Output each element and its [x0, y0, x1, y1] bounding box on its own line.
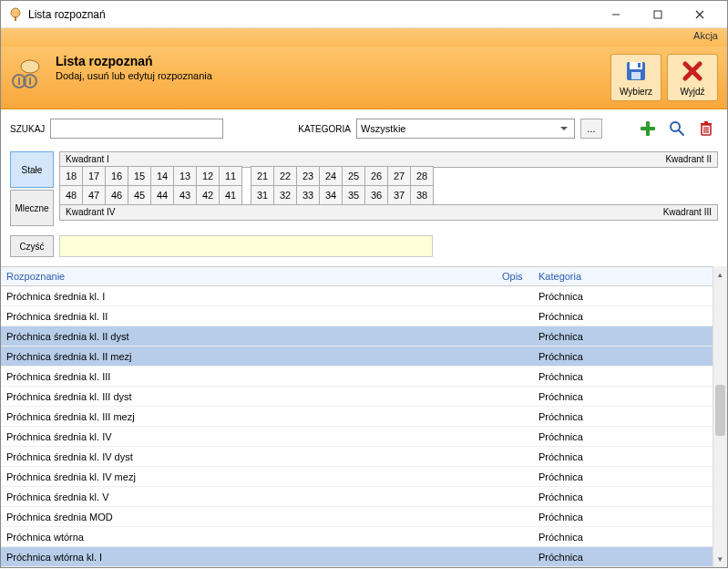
tooth-46[interactable]: 46 [105, 185, 128, 205]
svg-point-0 [11, 8, 20, 17]
menubar: Akcja [1, 28, 727, 47]
tooth-11[interactable]: 11 [219, 166, 242, 186]
tooth-23[interactable]: 23 [296, 166, 320, 186]
tooth-48[interactable]: 48 [59, 185, 83, 205]
tooth-41[interactable]: 41 [219, 185, 242, 205]
tooth-28[interactable]: 28 [410, 166, 434, 186]
table-row[interactable]: Próchnica średnia kl. III mezjPróchnica [1, 407, 727, 427]
scrollbar[interactable]: ▴ ▾ [713, 266, 727, 567]
tooth-44[interactable]: 44 [150, 185, 174, 205]
tooth-38[interactable]: 38 [410, 185, 434, 205]
menu-akcja[interactable]: Akcja [693, 30, 718, 41]
table-row[interactable]: Próchnica średnia kl. IV dystPróchnica [1, 447, 727, 467]
tooth-15[interactable]: 15 [128, 166, 151, 186]
tooth-45[interactable]: 45 [128, 185, 151, 205]
col-opis[interactable]: Opis [502, 271, 538, 282]
col-rozpoznanie[interactable]: Rozpoznanie [6, 271, 502, 282]
tooth-31[interactable]: 31 [251, 185, 274, 205]
cell-rozpoznanie: Próchnica średnia kl. III dyst [6, 391, 502, 402]
tooth-42[interactable]: 42 [196, 185, 220, 205]
tab-stale[interactable]: Stałe [10, 151, 54, 188]
scroll-thumb[interactable] [715, 385, 725, 436]
teeth-row-bottom: 48474645444342413132333435363738 [59, 186, 718, 205]
cell-kategoria: Próchnica [538, 331, 727, 342]
czysc-button[interactable]: Czyść [10, 235, 54, 257]
tooth-24[interactable]: 24 [319, 166, 343, 186]
kategoria-label: KATEGORIA [298, 124, 351, 134]
scroll-down-icon[interactable]: ▾ [716, 553, 724, 565]
close-button[interactable] [680, 2, 720, 27]
tooth-33[interactable]: 33 [296, 185, 320, 205]
tooth-27[interactable]: 27 [387, 166, 411, 186]
tab-mleczne[interactable]: Mleczne [10, 190, 54, 226]
svg-rect-1 [15, 16, 16, 21]
page-subtitle: Dodaj, usuń lub edytuj rozpoznania [56, 70, 610, 81]
cell-kategoria: Próchnica [538, 371, 727, 382]
tooth-13[interactable]: 13 [173, 166, 197, 186]
tooth-grid: Stałe Mleczne Kwadrant I Kwadrant II 181… [1, 148, 727, 232]
tooth-25[interactable]: 25 [342, 166, 365, 186]
quadrant-labels-bottom: Kwadrant IV Kwadrant III [59, 204, 718, 221]
tooth-32[interactable]: 32 [273, 185, 297, 205]
cell-kategoria: Próchnica [538, 471, 727, 482]
tooth-22[interactable]: 22 [273, 166, 297, 186]
table-row[interactable]: Próchnica średnia kl. II mezjPróchnica [1, 347, 727, 367]
table-row[interactable]: Próchnica wtórna kl. IPróchnica [1, 547, 727, 567]
table-row[interactable]: Próchnica średnia MODPróchnica [1, 507, 727, 527]
quadrant-2-label: Kwadrant II [389, 152, 718, 167]
quadrant-1-label: Kwadrant I [60, 152, 389, 167]
tooth-18[interactable]: 18 [59, 166, 83, 186]
logo-icon [10, 56, 46, 92]
tooth-12[interactable]: 12 [196, 166, 220, 186]
tooth-43[interactable]: 43 [173, 185, 197, 205]
tooth-35[interactable]: 35 [342, 185, 365, 205]
wyjdz-label: Wyjdź [680, 87, 704, 97]
tooth-47[interactable]: 47 [82, 185, 106, 205]
table-row[interactable]: Próchnica średnia kl. IIPróchnica [1, 306, 727, 326]
more-button[interactable]: ... [580, 119, 602, 139]
table-row[interactable]: Próchnica średnia kl. II dystPróchnica [1, 326, 727, 347]
col-kategoria[interactable]: Kategoria [538, 271, 727, 282]
tooth-36[interactable]: 36 [364, 185, 388, 205]
selection-display [59, 235, 433, 257]
tooth-37[interactable]: 37 [387, 185, 411, 205]
table-row[interactable]: Próchnica średnia kl. IV mezjPróchnica [1, 467, 727, 487]
header-titles: Lista rozpoznań Dodaj, usuń lub edytuj r… [56, 54, 610, 81]
cell-kategoria: Próchnica [538, 532, 727, 543]
cell-kategoria: Próchnica [538, 391, 727, 402]
filter-toolbar: SZUKAJ KATEGORIA Wszystkie ... [1, 109, 727, 148]
search-button[interactable] [665, 117, 689, 140]
table-row[interactable]: Próchnica wtórnaPróchnica [1, 527, 727, 547]
cell-rozpoznanie: Próchnica średnia kl. II dyst [6, 331, 502, 342]
scroll-up-icon[interactable]: ▴ [716, 268, 724, 281]
cell-kategoria: Próchnica [538, 311, 727, 322]
tooth-17[interactable]: 17 [82, 166, 106, 186]
tooth-type-tabs: Stałe Mleczne [10, 151, 54, 226]
wybierz-button[interactable]: Wybierz [610, 54, 661, 101]
table-row[interactable]: Próchnica średnia kl. IPróchnica [1, 286, 727, 306]
cell-kategoria: Próchnica [538, 411, 727, 422]
maximize-button[interactable] [638, 2, 678, 27]
table-row[interactable]: Próchnica średnia kl. VPróchnica [1, 487, 727, 507]
tooth-14[interactable]: 14 [150, 166, 174, 186]
wyjdz-button[interactable]: Wyjdź [667, 54, 718, 101]
table-row[interactable]: Próchnica średnia kl. IVPróchnica [1, 427, 727, 447]
svg-rect-22 [701, 123, 712, 125]
tooth-16[interactable]: 16 [105, 166, 128, 186]
minimize-button[interactable] [596, 2, 636, 27]
search-input[interactable] [50, 119, 223, 139]
kategoria-select[interactable]: Wszystkie [356, 119, 575, 139]
add-button[interactable] [636, 117, 660, 140]
cell-rozpoznanie: Próchnica wtórna [6, 532, 502, 543]
tooth-34[interactable]: 34 [319, 185, 343, 205]
delete-button[interactable] [694, 117, 718, 140]
cell-rozpoznanie: Próchnica wtórna kl. I [6, 552, 502, 563]
table-row[interactable]: Próchnica średnia kl. IIIPróchnica [1, 367, 727, 387]
cell-rozpoznanie: Próchnica średnia kl. III [6, 371, 502, 382]
svg-rect-9 [18, 78, 20, 85]
tooth-26[interactable]: 26 [364, 166, 388, 186]
table-row[interactable]: Próchnica średnia kl. III dystPróchnica [1, 387, 727, 407]
table: Rozpoznanie Opis Kategoria Próchnica śre… [1, 266, 727, 567]
table-body: Próchnica średnia kl. IPróchnicaPróchnic… [1, 286, 727, 567]
tooth-21[interactable]: 21 [251, 166, 274, 186]
